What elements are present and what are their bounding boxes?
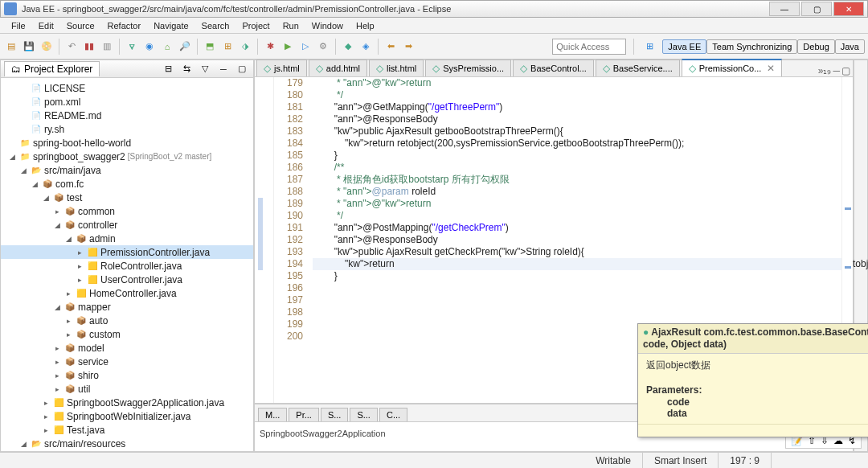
tree-item[interactable]: ◢📁springboot_swagger2 [SpringBoot_v2 mas…	[1, 150, 253, 163]
collapse-all-icon[interactable]: ⊟	[160, 61, 176, 77]
stop-icon[interactable]: ▮▮	[81, 39, 97, 55]
more-tabs-icon[interactable]: »₁₉	[818, 65, 832, 76]
save-all-icon[interactable]: 📀	[39, 39, 55, 55]
main-toolbar: ▤ 💾 📀 ↶ ▮▮ ▥ ⛛ ◉ ⌂ 🔎 ⬒ ⊞ ⬗ ✱ ▶ ▷ ⚙ ◆ ◈ ⬅…	[0, 34, 868, 60]
save-icon[interactable]: 💾	[21, 39, 37, 55]
status-insert-mode: Smart Insert	[643, 453, 719, 468]
tree-item[interactable]: ▸🟨RoleController.java	[1, 259, 253, 273]
undo-icon[interactable]: ↶	[63, 39, 80, 55]
tree-item[interactable]: ▸🟨UserController.java	[1, 273, 253, 286]
run-last-icon[interactable]: ▷	[297, 39, 313, 55]
build-icon[interactable]: ▥	[99, 39, 115, 55]
tree-item[interactable]: ▸📁ehcache	[1, 450, 253, 451]
editor-tab[interactable]: ◇add.html	[309, 60, 367, 76]
tree-item[interactable]: ▸📦util	[1, 382, 253, 396]
tree-item[interactable]: ▸📦custom	[1, 327, 253, 341]
tree-item[interactable]: ▸🟨HomeController.java	[1, 286, 253, 300]
code-editor[interactable]: 1791801811821831841851861871881891901911…	[254, 77, 854, 404]
editor-tab[interactable]: ◇BaseControl...	[513, 60, 594, 76]
maximize-view-icon[interactable]: ▢	[234, 61, 250, 77]
tree-item[interactable]: ◢📦admin	[1, 232, 253, 245]
link-with-editor-icon[interactable]: ⇆	[178, 61, 194, 77]
tree-item[interactable]: 📄pom.xml	[1, 95, 253, 109]
project-tree[interactable]: 📄LICENSE📄pom.xml📄README.md📄ry.sh📁spring-…	[1, 78, 253, 451]
editor-tab[interactable]: ◇list.html	[369, 60, 424, 76]
menu-help[interactable]: Help	[350, 19, 381, 32]
perspective-java-ee[interactable]: Java EE	[662, 39, 706, 54]
run-icon[interactable]: ▶	[280, 39, 296, 55]
bottom-tab[interactable]: S...	[350, 408, 378, 421]
open-task-icon[interactable]: ⬗	[237, 39, 253, 55]
app-icon	[4, 2, 17, 15]
editor-tab[interactable]: ◇BaseService....	[596, 60, 680, 76]
folder-tree-icon: 🗂	[11, 64, 21, 75]
tree-item[interactable]: ▸📦common	[1, 204, 253, 218]
tree-item[interactable]: 📄ry.sh	[1, 122, 253, 136]
perspective-debug[interactable]: Debug	[797, 39, 834, 54]
tree-item[interactable]: ▸📦service	[1, 355, 253, 368]
editor-tab[interactable]: ◇js.html	[256, 60, 307, 76]
tree-item[interactable]: ▸🟨SpringbootSwagger2Application.java	[1, 396, 253, 409]
tree-item[interactable]: ◢📦mapper	[1, 300, 253, 314]
toggle-breadcrumb-icon[interactable]: ⌂	[159, 39, 175, 55]
bottom-tab[interactable]: M...	[258, 408, 287, 421]
quick-access-input[interactable]	[552, 39, 626, 55]
tree-item[interactable]: ▸📦shiro	[1, 368, 253, 382]
new-icon[interactable]: ▤	[3, 39, 19, 55]
open-perspective-icon[interactable]: ⊞	[641, 39, 657, 55]
open-type-icon[interactable]: ◉	[141, 39, 158, 55]
tree-item[interactable]: ▸🟨PremissionController.java	[1, 245, 253, 259]
tree-item[interactable]: ◢📦test	[1, 191, 253, 204]
back-icon[interactable]: ⬅	[383, 39, 399, 55]
project-explorer-tab[interactable]: 🗂 Project Explorer	[4, 61, 100, 76]
method-hover-tooltip: ● AjaxResult com.fc.test.common.base.Bas…	[637, 323, 868, 437]
tree-item[interactable]: 📄README.md	[1, 109, 253, 122]
menu-file[interactable]: File	[5, 19, 32, 32]
menu-navigate[interactable]: Navigate	[147, 19, 194, 32]
external-tools-icon[interactable]: ⚙	[315, 39, 331, 55]
menu-window[interactable]: Window	[305, 19, 350, 32]
tree-item[interactable]: 📄LICENSE	[1, 81, 253, 95]
tooltip-footer: Press 'F2' for focus	[638, 424, 868, 437]
perspective-java[interactable]: Java	[835, 39, 865, 54]
editor-tab[interactable]: ◇SysPremissio...	[425, 60, 511, 76]
forward-icon[interactable]: ➡	[400, 39, 416, 55]
new-package-icon[interactable]: ◈	[358, 39, 374, 55]
new-wizard-icon[interactable]: ⊞	[219, 39, 235, 55]
minimize-view-icon[interactable]: ─	[215, 61, 231, 77]
tooltip-params-label: Parameters:	[646, 384, 702, 396]
tree-item[interactable]: ▸🟨SpringbootWebInitializer.java	[1, 409, 253, 423]
minimize-button[interactable]: —	[769, 2, 800, 16]
editor-tab[interactable]: ◇PremissionCo...✕	[682, 59, 783, 76]
debug-icon[interactable]: ✱	[262, 39, 278, 55]
menu-run[interactable]: Run	[276, 19, 305, 32]
close-button[interactable]: ✕	[833, 2, 864, 16]
bottom-tab[interactable]: C...	[379, 408, 407, 421]
tree-item[interactable]: ◢📦controller	[1, 218, 253, 232]
tree-item[interactable]: ▸🟨Test.java	[1, 423, 253, 437]
debug-last-icon[interactable]: ⛛	[124, 39, 140, 55]
tree-item[interactable]: ◢📦com.fc	[1, 177, 253, 191]
status-cursor-pos: 197 : 9	[719, 453, 772, 468]
new-java-icon[interactable]: ◆	[340, 39, 356, 55]
editor-tab-bar: ◇js.html◇add.html◇list.html◇SysPremissio…	[254, 60, 854, 77]
menu-refactor[interactable]: Refactor	[101, 19, 148, 32]
tree-item[interactable]: 📁spring-boot-hello-world	[1, 136, 253, 150]
link-editor-icon[interactable]: 🔎	[177, 39, 193, 55]
tree-item[interactable]: ◢📂src/main/resources	[1, 437, 253, 450]
menu-edit[interactable]: Edit	[32, 19, 60, 32]
bottom-tab[interactable]: Pr...	[289, 408, 319, 421]
tree-item[interactable]: ▸📦model	[1, 341, 253, 355]
tree-item[interactable]: ◢📂src/main/java	[1, 163, 253, 177]
tree-item[interactable]: ▸📦auto	[1, 314, 253, 327]
menu-search[interactable]: Search	[195, 19, 236, 32]
perspective-team-synchronizing[interactable]: Team Synchronizing	[706, 39, 797, 54]
view-menu-icon[interactable]: ▽	[197, 61, 213, 77]
menu-project[interactable]: Project	[235, 19, 276, 32]
new-server-icon[interactable]: ⬒	[202, 39, 218, 55]
menu-bar: FileEditSourceRefactorNavigateSearchProj…	[0, 18, 868, 34]
menu-source[interactable]: Source	[60, 19, 101, 32]
maximize-button[interactable]: ▢	[801, 2, 832, 16]
bottom-tab[interactable]: S...	[321, 408, 349, 421]
tooltip-description: 返回object数据	[646, 359, 868, 372]
